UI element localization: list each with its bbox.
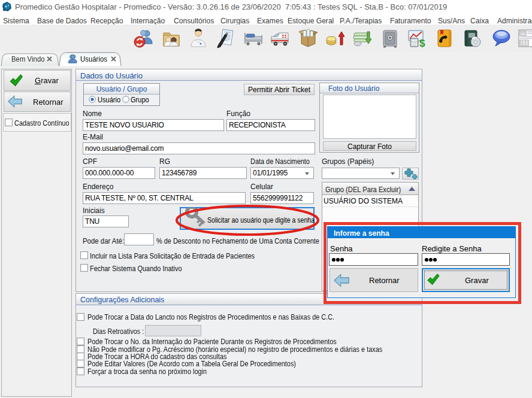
svg-text:$: $ [419, 38, 425, 48]
